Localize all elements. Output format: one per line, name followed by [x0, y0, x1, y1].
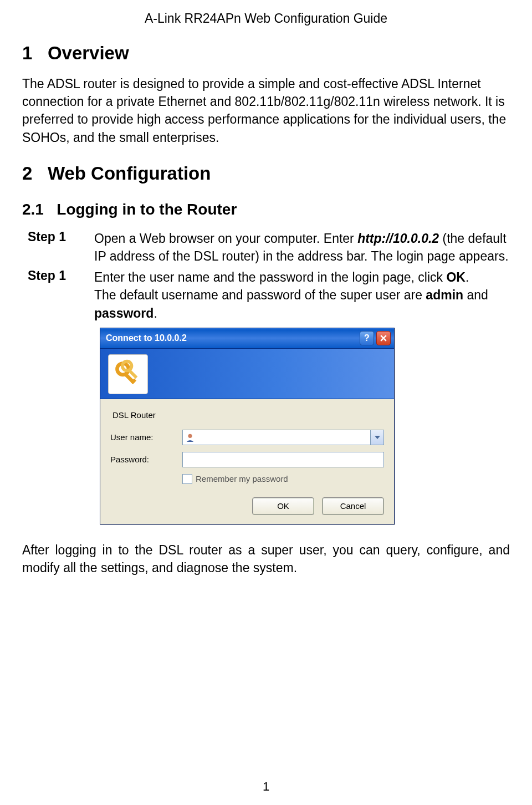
- step-text: Open a Web browser on your computer. Ent…: [94, 230, 510, 265]
- password-input[interactable]: [182, 452, 384, 467]
- user-icon: [185, 432, 195, 442]
- dialog-title: Connect to 10.0.0.2: [106, 333, 357, 343]
- username-label: User name:: [110, 432, 182, 442]
- remember-row[interactable]: Remember my password: [182, 474, 384, 484]
- step-label: Step 1: [28, 268, 94, 283]
- keys-icon: [108, 354, 148, 394]
- subsection-21-number: 2.1: [22, 201, 44, 218]
- dialog-button-row: OK Cancel: [110, 497, 384, 515]
- step-row: Step 1 Open a Web browser on your comput…: [28, 230, 510, 265]
- chevron-down-icon: [375, 436, 380, 439]
- realm-label: DSL Router: [112, 410, 384, 420]
- step-row: Step 1 Enter the user name and the passw…: [28, 268, 510, 322]
- dialog-banner: [100, 349, 394, 399]
- subsection-21-title: Logging in to the Router: [57, 201, 237, 218]
- username-input[interactable]: [182, 430, 371, 445]
- help-button[interactable]: ?: [360, 331, 374, 345]
- page-number: 1: [0, 779, 532, 794]
- section-2-title: Web Configuration: [48, 163, 211, 184]
- section-1-number: 1: [22, 43, 32, 63]
- overview-paragraph: The ADSL router is designed to provide a…: [22, 75, 510, 146]
- subsection-21-heading: 2.1 Logging in to the Router: [22, 201, 510, 218]
- password-row: Password:: [110, 452, 384, 467]
- step-text: Enter the user name and the password in …: [94, 268, 510, 322]
- svg-point-5: [188, 434, 192, 437]
- close-icon: [380, 335, 387, 342]
- username-row: User name:: [110, 430, 384, 445]
- login-dialog: Connect to 10.0.0.2 ?: [100, 328, 395, 524]
- step-label: Step 1: [28, 230, 94, 244]
- header-title: A-Link RR24APn Web Configuration Guide: [22, 11, 510, 26]
- close-button[interactable]: [376, 331, 391, 345]
- password-label: Password:: [110, 455, 182, 464]
- steps-list: Step 1 Open a Web browser on your comput…: [28, 230, 510, 524]
- section-1-title: Overview: [48, 43, 129, 63]
- remember-label: Remember my password: [196, 474, 288, 483]
- ok-button[interactable]: OK: [252, 497, 314, 515]
- section-1-heading: 1 Overview: [22, 43, 510, 64]
- section-2-number: 2: [22, 163, 32, 184]
- titlebar[interactable]: Connect to 10.0.0.2 ?: [100, 328, 394, 349]
- section-2-heading: 2 Web Configuration: [22, 163, 510, 184]
- document-page: A-Link RR24APn Web Configuration Guide 1…: [0, 0, 532, 805]
- after-paragraph: After logging in to the DSL router as a …: [22, 541, 510, 577]
- dialog-body: DSL Router User name:: [100, 399, 394, 524]
- cancel-button[interactable]: Cancel: [322, 497, 384, 515]
- remember-checkbox[interactable]: [182, 474, 192, 484]
- username-dropdown-button[interactable]: [371, 430, 384, 445]
